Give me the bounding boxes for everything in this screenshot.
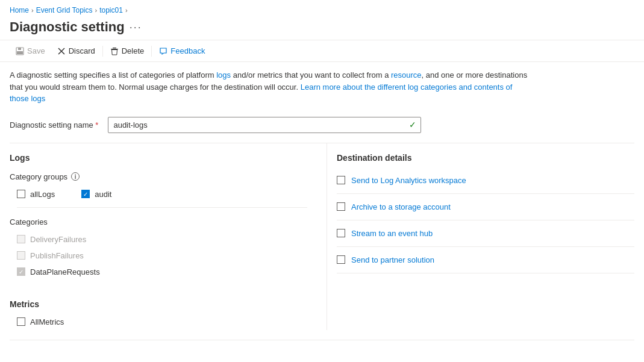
delivery-failures-checkbox[interactable] [17, 235, 25, 243]
discard-button[interactable]: Discard [51, 44, 101, 58]
resource-link[interactable]: resource [391, 70, 422, 80]
ellipsis-menu-button[interactable]: ··· [130, 21, 142, 34]
feedback-icon [159, 47, 167, 55]
all-logs-label: allLogs [30, 190, 55, 199]
audit-label: audit [95, 190, 111, 199]
save-icon [16, 47, 24, 55]
log-analytics-row: Send to Log Analytics workspace [337, 167, 634, 194]
feedback-button[interactable]: Feedback [153, 44, 211, 58]
info-icon[interactable]: i [71, 172, 80, 181]
save-label: Save [27, 46, 45, 55]
logs-section-title: Logs [10, 143, 307, 167]
right-panel: Destination details Send to Log Analytic… [327, 143, 634, 330]
breadcrumb-event-grid[interactable]: Event Grid Topics [36, 6, 93, 14]
audit-checkbox[interactable] [81, 190, 90, 198]
description-text2: and/or metrics that you want to collect … [231, 70, 391, 80]
storage-account-row: Archive to a storage account [337, 194, 634, 220]
event-hub-checkbox[interactable] [337, 229, 345, 237]
category-groups-row: allLogs audit [10, 186, 307, 202]
partner-solution-row: Send to partner solution [337, 247, 634, 273]
all-metrics-row: AllMetrics [10, 314, 307, 330]
metrics-section: Metrics AllMetrics [10, 280, 307, 330]
content-area: Logs Category groups i allLogs audit Cat… [0, 143, 644, 330]
publish-failures-checkbox[interactable] [17, 251, 25, 260]
required-star: * [93, 120, 99, 130]
breadcrumb-sep1: › [31, 7, 34, 14]
description-text1: A diagnostic setting specifies a list of… [10, 70, 216, 80]
delivery-failures-label: DeliveryFailures [30, 235, 86, 244]
delivery-failures-row: DeliveryFailures [10, 231, 307, 248]
name-label: Diagnostic setting name * [10, 120, 98, 130]
event-hub-label: Stream to an event hub [351, 229, 433, 238]
svg-rect-6 [113, 48, 116, 48]
feedback-label: Feedback [170, 46, 205, 55]
delete-label: Delete [122, 46, 145, 55]
storage-account-label: Archive to a storage account [351, 202, 451, 211]
delete-button[interactable]: Delete [104, 44, 151, 58]
data-plane-requests-label: DataPlaneRequests [30, 267, 100, 276]
discard-label: Discard [69, 46, 95, 55]
all-metrics-label: AllMetrics [30, 317, 64, 326]
event-hub-row: Stream to an event hub [337, 220, 634, 247]
input-check-icon: ✓ [409, 120, 416, 130]
all-logs-row: allLogs [10, 186, 55, 202]
metrics-section-title: Metrics [10, 290, 307, 314]
save-button[interactable]: Save [10, 44, 51, 58]
category-groups-label: Category groups i [10, 167, 307, 186]
data-plane-requests-row: DataPlaneRequests [10, 264, 307, 280]
publish-failures-label: PublishFailures [30, 251, 84, 260]
publish-failures-row: PublishFailures [10, 248, 307, 264]
diagnostic-setting-name-input[interactable] [108, 117, 421, 133]
discard-icon [57, 47, 66, 55]
log-analytics-label: Send to Log Analytics workspace [351, 176, 466, 185]
delete-icon [110, 47, 119, 55]
left-panel: Logs Category groups i allLogs audit Cat… [10, 143, 327, 330]
all-metrics-checkbox[interactable] [17, 317, 25, 326]
categories-label: Categories [10, 213, 307, 231]
form-row: Diagnostic setting name * ✓ [0, 112, 644, 143]
breadcrumb-sep3: › [125, 7, 128, 14]
all-logs-checkbox[interactable] [17, 190, 25, 198]
description-area: A diagnostic setting specifies a list of… [0, 62, 542, 112]
breadcrumb-sep2: › [95, 7, 98, 14]
log-analytics-checkbox[interactable] [337, 176, 345, 184]
storage-account-checkbox[interactable] [337, 202, 345, 211]
toolbar: Save Discard Delete Feedback [0, 40, 644, 62]
name-input-wrap: ✓ [108, 117, 421, 133]
breadcrumb: Home › Event Grid Topics › topic01 › [0, 0, 644, 17]
page-title: Diagnostic setting [10, 19, 125, 35]
svg-rect-1 [18, 48, 21, 50]
logs-link[interactable]: logs [216, 70, 231, 80]
toolbar-separator2 [151, 46, 152, 57]
partner-solution-checkbox[interactable] [337, 255, 345, 264]
partner-solution-label: Send to partner solution [351, 255, 434, 264]
breadcrumb-topic[interactable]: topic01 [99, 6, 123, 14]
destination-section-title: Destination details [337, 143, 634, 167]
svg-rect-2 [17, 51, 23, 54]
breadcrumb-home[interactable]: Home [10, 6, 29, 14]
categories-section: Categories DeliveryFailures PublishFailu… [10, 208, 307, 280]
toolbar-separator [102, 46, 103, 57]
audit-row: audit [74, 186, 111, 202]
page-title-row: Diagnostic setting ··· [0, 17, 644, 40]
data-plane-requests-checkbox[interactable] [17, 267, 25, 276]
bottom-divider [10, 340, 634, 340]
